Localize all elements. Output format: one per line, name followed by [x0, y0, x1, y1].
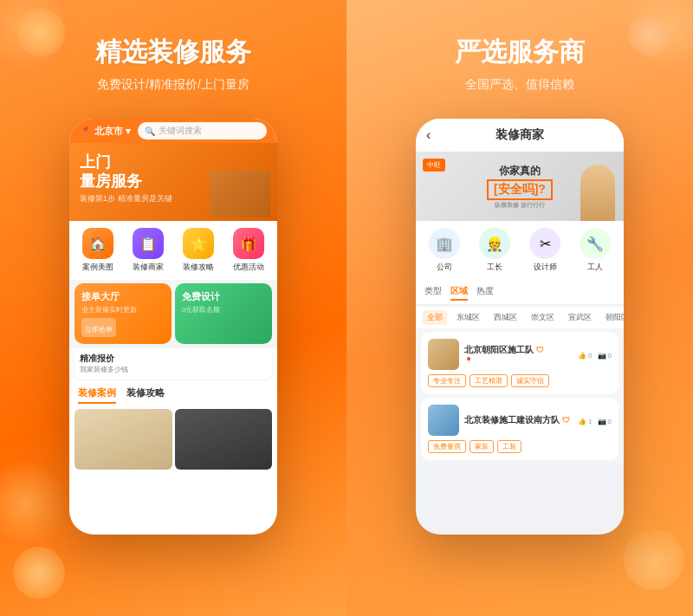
- contractor-list: 北京朝阳区施工队 🛡 📍 👍0 📷0: [416, 328, 624, 464]
- order-hall-card[interactable]: 接单大厅 业主装修实时更新 立即抢单: [74, 283, 172, 344]
- designer-icon: ✂: [529, 228, 560, 259]
- banner-furniture-illustration: [210, 170, 270, 217]
- designer-label: 设计师: [534, 262, 557, 273]
- right-panel: 严选服务商 全国严选、值得信赖 ‹ 装修商家 你家真的 [安全吗]? 纵横装修 …: [346, 0, 693, 616]
- left-header: 精选装修服务 免费设计/精准报价/上门量房: [69, 0, 277, 110]
- search-bar[interactable]: 🔍 关键词搜索: [138, 122, 267, 139]
- phone-right-header: ‹ 装修商家: [416, 119, 624, 152]
- filter-type[interactable]: 类型: [424, 283, 442, 301]
- tag-craftsmanship: 工艺精湛: [470, 374, 508, 387]
- phone-tabs: 装修案例 装修攻略: [69, 381, 277, 405]
- chevron-down-icon: ▾: [126, 126, 131, 137]
- contractor-top-2: 北京装修施工建设南方队 🛡 👍1 📷0: [428, 405, 612, 436]
- contractor-avatar-1: [428, 339, 459, 370]
- icon-item-offers[interactable]: 🎁 优惠活动: [233, 228, 264, 273]
- contractor-info-2: 北京装修施工建设南方队 🛡: [464, 414, 573, 426]
- phone-left: 📍 北京市 ▾ 🔍 关键词搜索 上门量房服务 装修第1步 精准量房是关键 🏠 案…: [69, 119, 277, 535]
- deco-circle-top-left: [17, 9, 65, 56]
- stat-cases-2: 📷0: [598, 418, 612, 425]
- album-label: 案例美图: [82, 262, 113, 273]
- stat-praise-2: 👍1: [578, 418, 592, 425]
- free-design-card[interactable]: 免费设计 0元获取名额: [175, 283, 272, 344]
- phone-icons-row: 🏠 案例美图 📋 装修商家 ⭐ 装修攻略 🎁 优惠活动: [69, 221, 277, 280]
- region-all[interactable]: 全部: [423, 310, 447, 325]
- tag-professional: 专业专注: [428, 374, 466, 387]
- deco-circle-top-right: [628, 13, 671, 56]
- search-placeholder: 关键词搜索: [159, 125, 202, 137]
- foreman-icon: 👷: [479, 228, 510, 259]
- merchant-categories: 🏢 公司 👷 工长 ✂ 设计师 🔧 工人: [416, 221, 624, 280]
- tag-trustworthy: 诚实守信: [511, 374, 549, 387]
- contractor-tags-1: 专业专注 工艺精湛 诚实守信: [428, 374, 612, 387]
- foreman-label: 工长: [487, 262, 502, 273]
- guide-label: 装修攻略: [183, 262, 214, 273]
- case-image-2[interactable]: [175, 409, 273, 470]
- location-pin-small: 📍: [464, 357, 473, 365]
- offers-label: 优惠活动: [233, 262, 264, 273]
- tab-cases[interactable]: 装修案例: [78, 386, 116, 404]
- contractor-avatar-2: [428, 405, 459, 436]
- merchant-label: 装修商家: [133, 262, 164, 273]
- merchant-icon: 📋: [133, 228, 164, 259]
- phone-right-title: 装修商家: [495, 127, 544, 143]
- phone-right: ‹ 装修商家 你家真的 [安全吗]? 纵横装修 放行行行 中旺 🏢 公司 👷 工…: [416, 119, 624, 535]
- free-design-title: 免费设计: [182, 290, 265, 303]
- worker-label: 工人: [587, 262, 603, 273]
- worker-icon: 🔧: [580, 228, 611, 259]
- phone-cards-row: 接单大厅 业主装修实时更新 立即抢单 免费设计 0元获取名额: [69, 280, 277, 347]
- contractor-tags-2: 免费量房 家装 工装: [428, 440, 612, 453]
- contractor-stats-1: 👍0 📷0: [578, 352, 612, 360]
- left-title: 精选装修服务: [95, 35, 251, 70]
- contractor-card-2[interactable]: 北京装修施工建设南方队 🛡 👍1 📷0 免费量房: [421, 398, 619, 460]
- deco-circle-bottom-right: [624, 529, 684, 590]
- phone-banner[interactable]: 上门量房服务 装修第1步 精准量房是关键: [69, 143, 277, 221]
- phone-status-bar: 📍 北京市 ▾ 🔍 关键词搜索: [69, 119, 277, 143]
- contractor-stats-2: 👍1 📷0: [578, 418, 612, 425]
- order-hall-button[interactable]: 立即抢单: [85, 326, 113, 334]
- deco-circle-bottom-left: [13, 547, 65, 599]
- album-icon: 🏠: [82, 228, 113, 259]
- quote-card[interactable]: 精准报价 我家装修多少钱: [74, 347, 272, 379]
- right-title: 严选服务商: [455, 35, 585, 70]
- region-dongcheng[interactable]: 东城区: [452, 310, 484, 325]
- icon-item-guide[interactable]: ⭐ 装修攻略: [183, 228, 214, 273]
- region-xicheng[interactable]: 西城区: [489, 310, 521, 325]
- region-xuanwu[interactable]: 宣武区: [564, 310, 596, 325]
- contractor-card-1[interactable]: 北京朝阳区施工队 🛡 📍 👍0 📷0: [421, 332, 619, 394]
- offers-icon: 🎁: [233, 228, 264, 259]
- phone-location[interactable]: 📍 北京市 ▾: [80, 125, 131, 138]
- filter-region[interactable]: 区域: [450, 283, 468, 301]
- cat-worker[interactable]: 🔧 工人: [580, 228, 611, 273]
- merchant-banner[interactable]: 你家真的 [安全吗]? 纵横装修 放行行行 中旺: [416, 152, 624, 221]
- quote-title: 精准报价: [80, 353, 267, 365]
- icon-item-album[interactable]: 🏠 案例美图: [82, 228, 113, 273]
- free-design-subtitle: 0元获取名额: [182, 305, 265, 314]
- case-image-1[interactable]: [74, 409, 172, 470]
- quote-subtitle: 我家装修多少钱: [80, 365, 267, 374]
- region-chongwen[interactable]: 崇文区: [527, 310, 559, 325]
- tag-home-deco: 家装: [470, 440, 494, 453]
- region-chaoyang[interactable]: 朝阳区: [601, 310, 624, 325]
- filter-heat[interactable]: 热度: [476, 283, 494, 301]
- company-icon: 🏢: [429, 228, 460, 259]
- tag-commercial-deco: 工装: [497, 440, 521, 453]
- location-text: 北京市: [94, 125, 123, 138]
- image-grid: [69, 405, 277, 473]
- back-button[interactable]: ‹: [426, 127, 431, 143]
- search-icon: 🔍: [145, 126, 155, 136]
- tab-guide[interactable]: 装修攻略: [126, 386, 165, 404]
- merchant-banner-text: 你家真的 [安全吗]? 纵横装修 放行行行: [487, 164, 553, 210]
- right-header: 严选服务商 全国严选、值得信赖: [429, 0, 611, 110]
- left-panel: 精选装修服务 免费设计/精准报价/上门量房 📍 北京市 ▾ 🔍 关键词搜索 上门…: [0, 0, 346, 616]
- tag-free-measure: 免费量房: [428, 440, 466, 453]
- icon-item-merchant[interactable]: 📋 装修商家: [133, 228, 164, 273]
- region-filter: 全部 东城区 西城区 崇文区 宣武区 朝阳区: [416, 307, 624, 328]
- filter-tabs: 类型 区域 热度: [416, 280, 624, 305]
- cat-company[interactable]: 🏢 公司: [429, 228, 460, 273]
- company-label: 公司: [437, 262, 452, 273]
- contractor-info-1: 北京朝阳区施工队 🛡 📍: [464, 344, 573, 365]
- cat-designer[interactable]: ✂ 设计师: [529, 228, 560, 273]
- left-subtitle: 免费设计/精准报价/上门量房: [95, 77, 251, 93]
- guide-icon: ⭐: [183, 228, 214, 259]
- cat-foreman[interactable]: 👷 工长: [479, 228, 510, 273]
